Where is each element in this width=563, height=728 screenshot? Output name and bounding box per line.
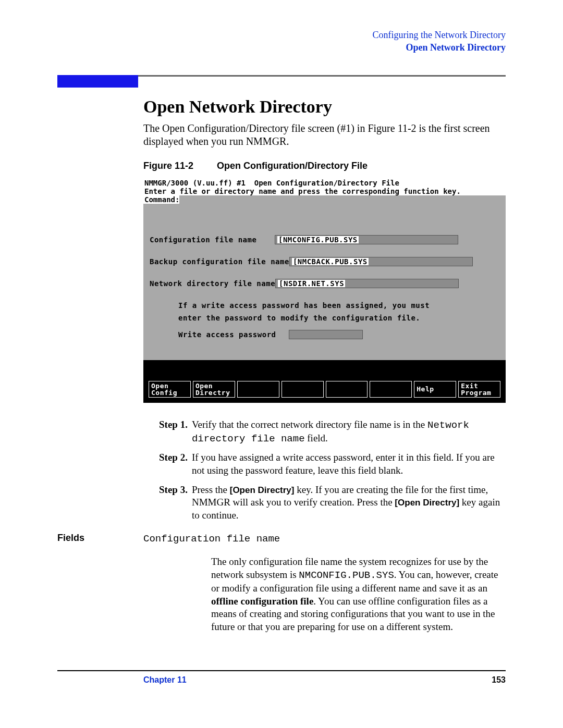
page-footer: Chapter 11 153	[57, 675, 506, 688]
terminal-command-label: Command:	[143, 195, 179, 204]
config-file-value: [NMCONFIG.PUB.SYS	[277, 236, 359, 243]
netdir-file-row: Network directory file name [NSDIR.NET.S…	[150, 279, 499, 288]
backup-file-field[interactable]: [NMCBACK.PUB.SYS	[289, 257, 473, 266]
netdir-file-label: Network directory file name	[150, 280, 275, 287]
figure-number: Figure 11-2	[143, 161, 193, 171]
field-config-description: The only configuration file name the sys…	[211, 556, 506, 633]
softkey-open-config[interactable]: Open Config	[149, 381, 191, 398]
config-file-field[interactable]: [NMCONFIG.PUB.SYS	[275, 235, 458, 244]
password-label: Write access password	[178, 331, 276, 338]
fields-section: Fields Configuration file name The only …	[143, 533, 506, 634]
netdir-file-value: [NSDIR.NET.SYS	[278, 280, 345, 287]
divider-line	[138, 75, 506, 77]
section-divider	[57, 75, 506, 88]
softkey-blank-5[interactable]	[326, 381, 368, 398]
softkey-open-directry[interactable]: Open Directry	[193, 381, 235, 398]
steps-block: Step 1. Verify that the correct network …	[159, 418, 506, 522]
password-row: Write access password	[178, 330, 499, 339]
step-1-label: Step 1.	[159, 418, 188, 445]
field-config-name: Configuration file name	[143, 533, 506, 546]
main-content: Open Network Directory The Open Configur…	[143, 97, 506, 634]
softkey-blank-3[interactable]	[237, 381, 279, 398]
header-section-title: Open Network Directory	[57, 41, 506, 54]
terminal-screenshot: NMMGR/3000 (V.uu.ff) #1 Open Configurati…	[143, 179, 506, 403]
step-3-text: Press the [Open Directry] key. If you ar…	[192, 484, 506, 522]
step-3: Step 3. Press the [Open Directry] key. I…	[159, 484, 506, 522]
step-2-text: If you have assigned a write access pass…	[192, 451, 506, 477]
softkey-blank-6[interactable]	[370, 381, 412, 398]
step-1: Step 1. Verify that the correct network …	[159, 418, 506, 445]
figure-title: Open Configuration/Directory File	[217, 161, 368, 171]
footer-page-number: 153	[492, 675, 506, 685]
netdir-file-field[interactable]: [NSDIR.NET.SYS	[275, 279, 459, 288]
terminal-body: Configuration file name [NMCONFIG.PUB.SY…	[143, 204, 506, 360]
backup-file-row: Backup configuration file name [NMCBACK.…	[150, 257, 499, 266]
password-note-line2: enter the password to modify the configu…	[178, 313, 499, 323]
page-header: Configuring the Network Directory Open N…	[57, 29, 506, 54]
password-note-line1: If a write access password has been assi…	[178, 301, 499, 310]
terminal-title-bar: NMMGR/3000 (V.uu.ff) #1 Open Configurati…	[143, 179, 506, 187]
terminal-hint-bar: Enter a file or directory name and press…	[143, 187, 506, 195]
footer-chapter: Chapter 11	[143, 675, 187, 685]
password-field[interactable]	[289, 330, 363, 339]
footer-divider	[57, 670, 506, 671]
softkey-help[interactable]: Help	[414, 381, 456, 398]
backup-file-label: Backup configuration file name	[150, 258, 289, 265]
header-chapter-title: Configuring the Network Directory	[57, 29, 506, 41]
softkey-blank-4[interactable]	[282, 381, 324, 398]
terminal-command-field[interactable]	[179, 195, 506, 204]
fields-heading: Fields	[57, 533, 143, 634]
softkey-exit-program[interactable]: Exit Program	[458, 381, 500, 398]
softkey-strip: Open Config Open Directry	[143, 379, 506, 400]
config-file-row: Configuration file name [NMCONFIG.PUB.SY…	[150, 235, 499, 244]
divider-accent-block	[57, 75, 138, 88]
step-1-text: Verify that the correct network director…	[192, 418, 506, 445]
fields-content: Configuration file name The only configu…	[143, 533, 506, 634]
terminal-command-line: Command:	[143, 195, 506, 204]
intro-paragraph: The Open Configuration/Directory file sc…	[143, 122, 506, 148]
step-2: Step 2. If you have assigned a write acc…	[159, 451, 506, 477]
step-3-label: Step 3.	[159, 484, 188, 522]
config-file-label: Configuration file name	[150, 236, 275, 243]
step-2-label: Step 2.	[159, 451, 188, 477]
figure-caption: Figure 11-2 Open Configuration/Directory…	[143, 161, 506, 171]
backup-file-value: [NMCBACK.PUB.SYS	[292, 258, 369, 265]
document-page: Configuring the Network Directory Open N…	[0, 0, 563, 724]
section-heading: Open Network Directory	[143, 97, 506, 117]
